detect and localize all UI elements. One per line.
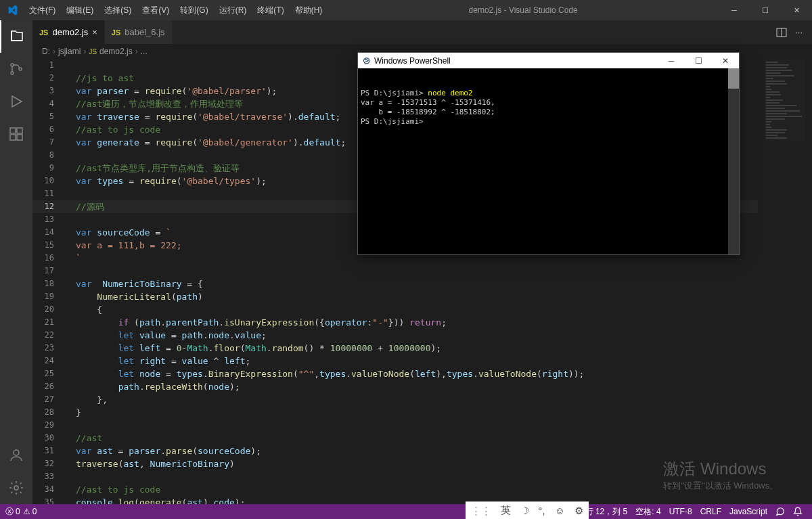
tab-demo2[interactable]: JS demo2.js × (32, 20, 105, 44)
svg-point-1 (11, 72, 14, 74)
breadcrumb-item[interactable]: demo2.js (99, 47, 133, 56)
tab-label: babel_6.js (125, 27, 164, 37)
menu-help[interactable]: 帮助(H) (290, 5, 328, 16)
menu-edit[interactable]: 编辑(E) (61, 5, 99, 16)
powershell-titlebar[interactable]: ⧁ Windows PowerShell ─ ☐ ✕ (358, 53, 739, 68)
close-button[interactable]: ✕ (781, 0, 812, 20)
status-language[interactable]: JavaScript (729, 507, 767, 516)
js-file-icon: JS (39, 28, 48, 37)
ps-close-button[interactable]: ✕ (712, 56, 739, 66)
activity-bar (0, 20, 32, 504)
status-indentation[interactable]: 空格: 4 (635, 506, 660, 518)
tab-babel6[interactable]: JS babel_6.js (105, 20, 173, 44)
line-gutter: 1234567891011121314151617181920212223242… (32, 59, 65, 519)
breadcrumb-item[interactable]: D: (42, 47, 50, 56)
menu-view[interactable]: 查看(V) (137, 5, 175, 16)
tab-label: demo2.js (52, 27, 88, 37)
warning-icon: ⚠ (23, 507, 30, 516)
status-warnings[interactable]: ⚠0 (23, 507, 37, 516)
ime-emoji-icon[interactable]: ☺ (555, 505, 565, 516)
maximize-button[interactable]: ☐ (750, 0, 781, 20)
powershell-window[interactable]: ⧁ Windows PowerShell ─ ☐ ✕ PS D:\jsjiami… (357, 52, 740, 255)
vscode-logo-icon (0, 5, 24, 16)
watermark-subtitle: 转到"设置"以激活 Windows。 (663, 480, 778, 492)
svg-rect-3 (10, 128, 16, 133)
ime-language[interactable]: 英 (501, 504, 511, 517)
svg-point-0 (11, 64, 14, 66)
menu-bar: 文件(F) 编辑(E) 选择(S) 查看(V) 转到(G) 运行(R) 终端(T… (24, 5, 328, 16)
powershell-terminal[interactable]: PS D:\jsjiami> node demo2var a = -153715… (358, 68, 739, 254)
feedback-icon[interactable] (775, 507, 785, 516)
svg-point-7 (14, 450, 19, 455)
powershell-title: Windows PowerShell (374, 56, 451, 66)
title-bar: 文件(F) 编辑(E) 选择(S) 查看(V) 转到(G) 运行(R) 终端(T… (0, 0, 812, 20)
breadcrumb-item[interactable]: jsjiami (58, 47, 81, 56)
svg-point-2 (19, 68, 22, 70)
minimize-button[interactable]: ─ (719, 0, 750, 20)
run-debug-icon[interactable] (0, 85, 32, 118)
status-cursor-position[interactable]: 行 12，列 5 (585, 506, 628, 518)
svg-rect-4 (17, 128, 22, 133)
menu-goto[interactable]: 转到(G) (175, 5, 213, 16)
source-control-icon[interactable] (0, 53, 32, 85)
window-title: demo2.js - Visual Studio Code (328, 5, 719, 15)
js-file-icon: JS (112, 28, 120, 37)
ime-settings-icon[interactable]: ⚙ (574, 505, 583, 517)
editor-tabs: JS demo2.js × JS babel_6.js ··· (32, 20, 812, 44)
status-errors[interactable]: ⓧ0 (5, 506, 20, 518)
status-encoding[interactable]: UTF-8 (669, 507, 692, 516)
menu-select[interactable]: 选择(S) (99, 5, 137, 16)
scrollbar[interactable] (728, 68, 739, 254)
svg-rect-6 (17, 135, 22, 140)
ps-maximize-button[interactable]: ☐ (685, 56, 712, 66)
split-editor-icon[interactable] (776, 27, 787, 38)
settings-gear-icon[interactable] (0, 472, 32, 504)
watermark-title: 激活 Windows (663, 458, 778, 480)
account-icon[interactable] (0, 439, 32, 472)
svg-point-8 (14, 486, 18, 490)
ime-handle-icon[interactable]: ⋮⋮ (471, 505, 491, 517)
svg-rect-5 (10, 135, 16, 140)
menu-file[interactable]: 文件(F) (24, 5, 61, 16)
windows-activation-watermark: 激活 Windows 转到"设置"以激活 Windows。 (663, 458, 778, 492)
powershell-icon: ⧁ (358, 56, 374, 66)
ps-minimize-button[interactable]: ─ (658, 56, 685, 66)
ime-moon-icon[interactable]: ☽ (520, 505, 529, 517)
ime-toolbar[interactable]: ⋮⋮ 英 ☽ °, ☺ ⚙ (466, 501, 589, 519)
breadcrumb-item[interactable]: ... (141, 47, 148, 56)
status-eol[interactable]: CRLF (700, 507, 721, 516)
window-controls: ─ ☐ ✕ (719, 0, 812, 20)
more-actions-icon[interactable]: ··· (795, 27, 803, 37)
explorer-icon[interactable] (0, 20, 32, 53)
menu-run[interactable]: 运行(R) (214, 5, 252, 16)
minimap[interactable] (765, 59, 805, 194)
js-file-icon: JS (89, 48, 97, 55)
scrollbar-thumb[interactable] (728, 68, 739, 89)
tab-close-icon[interactable]: × (92, 27, 97, 37)
status-bar: ⓧ0 ⚠0 行 12，列 5 空格: 4 UTF-8 CRLF JavaScri… (0, 504, 812, 519)
extensions-icon[interactable] (0, 118, 32, 150)
error-icon: ⓧ (5, 506, 14, 518)
notifications-icon[interactable] (793, 507, 803, 516)
menu-terminal[interactable]: 终端(T) (252, 5, 289, 16)
ime-punct-icon[interactable]: °, (539, 505, 545, 516)
